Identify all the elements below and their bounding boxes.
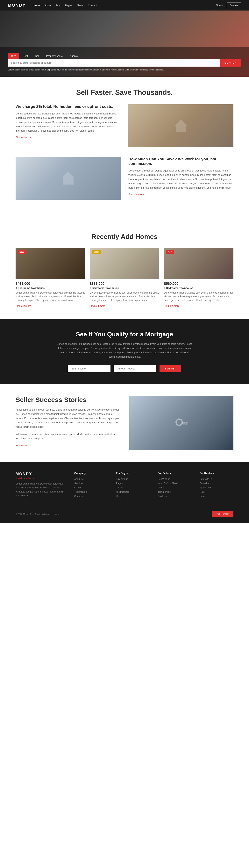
footer-col-sellers-heading: For Sellers	[158, 472, 192, 474]
mortgage-section: See If You Qualify for a Mortgage Donec …	[0, 319, 249, 384]
footer-copyright: © 2023 Mondy Real Estate. All rights res…	[15, 513, 60, 515]
success-link[interactable]: Find out more	[15, 444, 31, 447]
mortgage-form: SUBMIT	[15, 365, 234, 372]
footer-link[interactable]: Clients	[116, 486, 150, 489]
svg-rect-0	[63, 177, 73, 185]
home-card-1-link[interactable]: Find out more	[15, 305, 31, 307]
sell-heading: Sell Faster. Save Thousands.	[15, 88, 234, 97]
search-bar: SEARCH	[8, 59, 241, 67]
homes-grid: New $469,000 3 Bedrooms Townhouse Donec …	[15, 248, 234, 307]
success-body-2: In libero orci, ornare non nisl a, aucto…	[15, 432, 120, 441]
footer-top: MONDY REAL ESTATE Donec eget efficitur e…	[15, 472, 234, 499]
footer-link[interactable]: Testimonials	[158, 491, 192, 493]
sell-block-1-link[interactable]: Find out more	[15, 136, 31, 139]
nav-links: Home About Buy Pages News Contact	[33, 4, 216, 7]
home-card-2-type: 3 Bedrooms Townhouse	[90, 286, 159, 289]
badge-offer-2: Offer	[92, 250, 100, 254]
sell-block-2-body: Donec eget efficitur ex. Donec eget dolo…	[128, 168, 234, 190]
handshake-image	[128, 104, 234, 147]
signin-button[interactable]: Sign In	[216, 4, 223, 7]
badge-new-3: New	[166, 250, 174, 254]
tab-buy[interactable]: Buy	[8, 53, 19, 59]
homes-heading: Recently Add Homes	[15, 233, 234, 240]
success-heading: Seller Success Stories	[15, 396, 120, 404]
home-card-1-type: 3 Bedrooms Townhouse	[15, 286, 85, 289]
success-image	[129, 396, 234, 450]
home-card-3-desc: Donec eget efficitur ex. Donec eget dolo…	[164, 291, 234, 302]
footer-link[interactable]: Rent with us	[199, 478, 234, 480]
footer-cta-button[interactable]: 联系下载模板	[212, 511, 234, 518]
footer-link[interactable]: Flats	[199, 491, 234, 493]
footer-col-sellers: For Sellers Sell With us What Do You Nee…	[158, 472, 192, 499]
home-card-1: New $469,000 3 Bedrooms Townhouse Donec …	[15, 248, 85, 307]
success-text: Seller Success Stories Fusce lobortis a …	[15, 396, 120, 447]
footer-link[interactable]: What Do You Need	[158, 482, 192, 485]
mortgage-submit-button[interactable]: SUBMIT	[159, 365, 181, 372]
footer-brand: MONDY REAL ESTATE Donec eget efficitur e…	[15, 472, 66, 499]
amount-input[interactable]	[114, 365, 156, 372]
home-card-2-desc: Donec eget efficitur ex. Donec eget dolo…	[90, 291, 159, 302]
footer-bottom: © 2023 Mondy Real Estate. All rights res…	[15, 507, 234, 518]
footer-link[interactable]: Testimonials	[116, 491, 150, 493]
footer-link[interactable]: Homes	[116, 495, 150, 498]
footer-link[interactable]: Careers	[74, 495, 108, 498]
home-card-1-image: New	[15, 248, 85, 279]
footer-link[interactable]: Sell With us	[158, 478, 192, 480]
footer-link[interactable]: About us	[74, 478, 108, 480]
home-card-2-link[interactable]: Find out more	[90, 305, 105, 307]
footer-col-company-heading: Company	[74, 472, 108, 474]
nav-contact[interactable]: Contact	[88, 4, 97, 7]
success-section: Seller Success Stories Fusce lobortis a …	[0, 384, 249, 462]
footer-link[interactable]: Buy with us	[116, 478, 150, 480]
home-card-1-desc: Donec eget efficitur ex. Donec eget dolo…	[15, 291, 85, 302]
income-input[interactable]	[68, 365, 111, 372]
nav-home[interactable]: Home	[33, 4, 40, 7]
home-card-2-price: $369,000	[90, 282, 159, 286]
nav-right: Sign In Join us	[216, 3, 241, 8]
hero-subtext: Lorem ipsum dolor sit amet, consectetur …	[8, 68, 241, 71]
search-button[interactable]: SEARCH	[220, 59, 241, 67]
tab-agents[interactable]: Agents	[66, 53, 81, 59]
footer-link[interactable]: Apartments	[199, 486, 234, 489]
svg-rect-5	[183, 423, 184, 425]
keys-image	[129, 396, 234, 450]
sell-block-2-link[interactable]: Find out more	[128, 193, 144, 196]
hero-section: Buy Rent Sell Property Value Agents SEAR…	[0, 10, 249, 77]
footer-link[interactable]: Clients	[74, 486, 108, 489]
home-card-1-price: $469,000	[15, 282, 85, 286]
tab-property-value[interactable]: Property Value	[43, 53, 66, 59]
footer-link[interactable]: Clients	[158, 486, 192, 489]
footer-link[interactable]: Pages	[116, 482, 150, 485]
footer-link[interactable]: Guidelines	[199, 482, 234, 485]
nav-pages[interactable]: Pages	[65, 4, 72, 7]
sell-block-1: We charge 2% total. No hidden fees or up…	[15, 104, 234, 147]
footer-link[interactable]: Services	[74, 482, 108, 485]
footer-col-renters-list: Rent with us Guidelines Apartments Flats…	[199, 478, 234, 498]
search-input[interactable]	[8, 59, 220, 67]
footer-brand-text: Donec eget efficitur ex. Donec eget dolo…	[15, 482, 66, 498]
joinus-button[interactable]: Join us	[227, 3, 241, 8]
footer-link[interactable]: Testimonials	[74, 491, 108, 493]
footer-link[interactable]: Houses	[199, 495, 234, 498]
success-body-1: Fusce lobortis a enim eget tempus. Class…	[15, 408, 120, 429]
footer-col-renters-heading: For Renters	[199, 472, 234, 474]
sell-block-1-title: We charge 2% total. No hidden fees or up…	[15, 104, 121, 109]
footer-link[interactable]: Guideline	[158, 495, 192, 498]
nav-about[interactable]: About	[45, 4, 52, 7]
hero-overlay: Buy Rent Sell Property Value Agents SEAR…	[0, 47, 249, 77]
sell-block-1-text: We charge 2% total. No hidden fees or up…	[15, 104, 121, 139]
home-card-3-link[interactable]: Find out more	[164, 305, 180, 307]
footer-logo-sub: REAL ESTATE	[15, 477, 66, 479]
tab-rent[interactable]: Rent	[19, 53, 31, 59]
tab-sell[interactable]: Sell	[32, 53, 43, 59]
footer-logo: MONDY	[15, 472, 66, 476]
sell-block-2: How Much Can You Save? We work for you, …	[15, 157, 234, 200]
home-card-2-image: Offer	[90, 248, 159, 279]
nav-buy[interactable]: Buy	[56, 4, 61, 7]
sell-block-1-body: Donec eget efficitur ex. Donec eget dolo…	[15, 112, 121, 133]
navbar: MONDY Home About Buy Pages News Contact …	[0, 0, 249, 10]
nav-news[interactable]: News	[77, 4, 84, 7]
svg-rect-3	[182, 422, 188, 423]
nav-logo: MONDY	[8, 3, 26, 8]
footer-col-renters: For Renters Rent with us Guidelines Apar…	[199, 472, 234, 499]
